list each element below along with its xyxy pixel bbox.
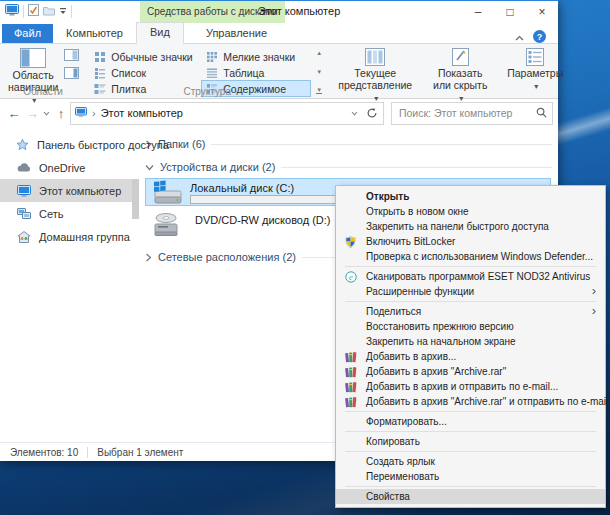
menu-item-add-to-archive-named[interactable]: Добавить в архив "Archive.rar": [336, 364, 605, 379]
menu-separator: [345, 431, 596, 432]
help-icon[interactable]: ?: [533, 30, 546, 43]
show-hide-button[interactable]: Показать или скрыть: [425, 46, 495, 85]
sidebar-item-quick-access[interactable]: Панель быстрого доступа: [0, 133, 132, 156]
search-icon[interactable]: [536, 107, 547, 120]
uac-shield-icon: [344, 235, 357, 248]
recent-locations-dropdown-icon[interactable]: [41, 102, 52, 124]
new-folder-icon[interactable]: [43, 5, 55, 18]
search-input[interactable]: [397, 106, 536, 120]
menu-item-scan-eset[interactable]: e Сканировать программой ESET NOD32 Anti…: [336, 269, 605, 284]
group-header-rule: [281, 167, 552, 168]
menu-item-pin-to-start[interactable]: Закрепить на начальном экране: [336, 334, 605, 349]
context-menu: Открыть Открыть в новом окне Закрепить н…: [335, 185, 606, 508]
submenu-arrow-icon: [592, 304, 596, 319]
quick-access-star-icon: [16, 138, 29, 151]
minimize-button[interactable]: –: [462, 1, 494, 22]
menu-item-open-new-window[interactable]: Открыть в новом окне: [336, 204, 605, 219]
sidebar-item-network[interactable]: Сеть: [0, 202, 132, 225]
address-bar-row: ← → ↑ › Этот компьютер: [0, 99, 558, 127]
this-pc-icon[interactable]: [5, 4, 19, 18]
scroll-up-icon[interactable]: ▲: [316, 50, 322, 56]
menu-item-format[interactable]: Форматировать...: [336, 414, 605, 429]
breadcrumb[interactable]: Этот компьютер: [101, 107, 183, 119]
qat-customize-dropdown-icon[interactable]: [59, 5, 67, 17]
up-button[interactable]: ↑: [52, 102, 70, 124]
svg-text:e: e: [349, 271, 353, 281]
group-header-rule: [211, 144, 552, 145]
dvd-drive-icon: [150, 211, 182, 240]
group-label-panes: Области: [2, 86, 84, 97]
menu-separator: [345, 266, 596, 267]
winrar-icon: [344, 395, 357, 408]
group-header-folders[interactable]: Папки (6): [145, 135, 558, 153]
menu-item-add-to-archive-email[interactable]: Добавить в архив и отправить по e-mail..…: [336, 379, 605, 394]
menu-separator: [345, 486, 596, 487]
group-header-label: Сетевые расположения (2): [158, 251, 296, 263]
search-box[interactable]: [391, 102, 553, 125]
menu-item-pin-quick-access[interactable]: Закрепить на панели быстрого доступа: [336, 219, 605, 234]
options-icon: [526, 48, 544, 66]
refresh-icon[interactable]: [361, 102, 383, 124]
menu-item-rename[interactable]: Переименовать: [336, 469, 605, 484]
current-view-icon: [365, 48, 385, 66]
drive-c-name: Локальный диск (C:): [190, 182, 294, 194]
sidebar-item-label: Сеть: [39, 208, 63, 220]
title-bar: Средства работы с дисками Этот компьютер…: [0, 1, 558, 23]
sidebar-item-this-pc[interactable]: Этот компьютер: [0, 179, 132, 202]
items-count: Элементов: 10: [10, 447, 78, 458]
tab-computer[interactable]: Компьютер: [53, 24, 136, 43]
menu-item-enable-bitlocker[interactable]: Включить BitLocker: [336, 234, 605, 249]
view-option-details[interactable]: Таблица: [201, 64, 311, 81]
this-pc-icon: [16, 185, 31, 197]
chevron-down-icon[interactable]: [145, 164, 154, 171]
sidebar-item-homegroup[interactable]: Домашняя группа: [0, 225, 132, 248]
ribbon-group-options: Параметры: [500, 44, 570, 98]
view-option-label: Таблица: [223, 67, 264, 79]
collapse-ribbon-icon[interactable]: [515, 31, 524, 43]
sidebar-scrollbar-thumb[interactable]: [132, 179, 139, 219]
sidebar-item-onedrive[interactable]: OneDrive: [0, 156, 132, 179]
current-view-button[interactable]: Текущее представление: [333, 46, 417, 85]
submenu-arrow-icon: [592, 284, 596, 299]
ribbon-group-panes: Область навигации Области: [2, 44, 84, 98]
view-option-list[interactable]: Список: [89, 64, 199, 81]
show-hide-icon: [452, 48, 469, 66]
window-title: Этот компьютер: [258, 5, 340, 17]
maximize-button[interactable]: □: [494, 1, 526, 22]
onedrive-cloud-icon: [16, 163, 31, 172]
menu-item-create-shortcut[interactable]: Создать ярлык: [336, 454, 605, 469]
winrar-icon: [344, 365, 357, 378]
menu-item-advanced-functions[interactable]: Расширенные функции: [336, 284, 605, 299]
chevron-right-icon[interactable]: [145, 253, 152, 262]
back-button[interactable]: ←: [5, 102, 23, 124]
sidebar-item-label: Домашняя группа: [39, 231, 130, 243]
view-option-normal-icons[interactable]: Обычные значки: [89, 48, 199, 65]
layout-options: Обычные значки Список Плитка Мелкие знач…: [89, 48, 311, 85]
navigation-pane-button[interactable]: Область навигации: [5, 46, 61, 85]
address-box[interactable]: › Этот компьютер: [70, 102, 384, 125]
current-view-label: Текущее представление: [336, 68, 414, 92]
menu-item-copy[interactable]: Копировать: [336, 434, 605, 449]
tab-view[interactable]: Вид: [136, 22, 184, 44]
details-pane-icon[interactable]: [64, 67, 79, 81]
tab-manage[interactable]: Управление: [188, 24, 285, 43]
menu-item-add-to-archive[interactable]: Добавить в архив...: [336, 349, 605, 364]
toolbar-separator: [71, 5, 72, 18]
hard-drive-icon: [151, 180, 183, 208]
view-option-small-icons[interactable]: Мелкие значки: [201, 48, 311, 65]
close-button[interactable]: ×: [526, 1, 558, 22]
menu-item-properties[interactable]: Свойства: [336, 489, 605, 504]
preview-pane-icon[interactable]: [64, 49, 79, 63]
scroll-down-icon[interactable]: ▼: [316, 69, 322, 75]
winrar-icon: [344, 350, 357, 363]
tab-file[interactable]: Файл: [2, 24, 53, 43]
menu-item-open[interactable]: Открыть: [336, 189, 605, 204]
menu-item-share[interactable]: Поделиться: [336, 304, 605, 319]
menu-item-restore-previous-version[interactable]: Восстановить прежнюю версию: [336, 319, 605, 334]
options-button[interactable]: Параметры: [503, 46, 567, 85]
group-header-devices[interactable]: Устройства и диски (2): [145, 158, 558, 176]
menu-item-add-to-archive-named-email[interactable]: Добавить в архив "Archive.rar" и отправи…: [336, 394, 605, 409]
menu-item-scan-windows-defender[interactable]: Проверка с использованием Windows Defend…: [336, 249, 605, 264]
properties-icon[interactable]: [28, 4, 39, 18]
address-dropdown-icon[interactable]: [348, 102, 361, 124]
